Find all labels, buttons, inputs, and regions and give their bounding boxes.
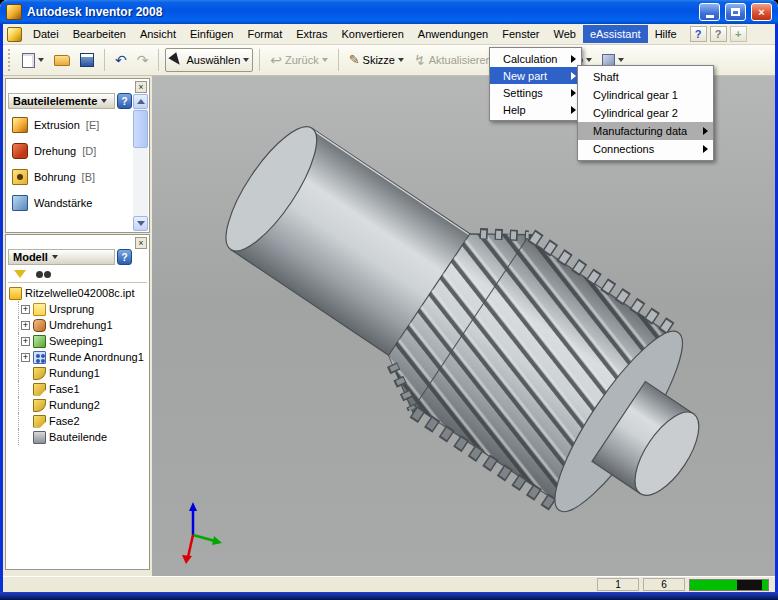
menu-item-connections[interactable]: Connections (578, 140, 713, 158)
tree-item-ursprung[interactable]: + Ursprung (18, 301, 147, 317)
scroll-up-icon (137, 99, 145, 104)
chamfer-feature-icon (33, 415, 46, 428)
model-panel-help-icon[interactable]: ? (117, 249, 132, 265)
filter-icon[interactable] (14, 270, 26, 278)
menu-item-cylindrical-gear-1[interactable]: Cylindrical gear 1 (578, 86, 713, 104)
capacity-meter-green-segment (690, 580, 737, 590)
menu-item-label: New part (503, 70, 547, 82)
feature-shortcut: [B] (82, 171, 95, 183)
tree-item-rundung2[interactable]: Rundung2 (18, 397, 147, 413)
menu-item-manufacturing-data[interactable]: Manufacturing data (578, 122, 713, 140)
tree-item-fase1[interactable]: Fase1 (18, 381, 147, 397)
scrollbar-thumb[interactable] (133, 110, 148, 148)
menu-item-label: Manufacturing data (593, 125, 687, 137)
tree-item-umdrehung1[interactable]: + Umdrehung1 (18, 317, 147, 333)
tree-item-sweeping1[interactable]: + Sweeping1 (18, 333, 147, 349)
model-panel-title[interactable]: Modell (8, 249, 115, 265)
menu-item-new-part[interactable]: New part (490, 67, 581, 84)
menubar-icon-group: ? ? + (690, 26, 747, 42)
feature-item-drehung[interactable]: Drehung [D] (10, 139, 129, 163)
features-panel-title-label: Bauteilelemente (13, 95, 97, 107)
help-icon[interactable]: ? (690, 26, 707, 42)
menu-anwendungen[interactable]: Anwendungen (411, 25, 495, 43)
back-icon: ↩ (270, 53, 282, 67)
menu-format[interactable]: Format (240, 25, 289, 43)
scroll-up-button[interactable] (133, 94, 148, 109)
tree-item-label: Rundung2 (49, 399, 100, 411)
menu-item-calculation[interactable]: Calculation (490, 50, 581, 67)
toolbar-grip[interactable] (8, 49, 12, 71)
new-file-dropdown-icon (38, 58, 44, 62)
menu-item-shaft[interactable]: Shaft (578, 68, 713, 86)
tree-item-fase2[interactable]: Fase2 (18, 413, 147, 429)
revolve-icon (12, 143, 28, 159)
submenu-arrow-icon (571, 72, 576, 80)
menu-eassistant[interactable]: eAssistant (583, 25, 648, 43)
tree-item-label: Ursprung (49, 303, 94, 315)
status-field-2: 6 (643, 578, 685, 591)
menu-extras[interactable]: Extras (289, 25, 334, 43)
back-dropdown-icon (322, 58, 328, 62)
model-panel: × Modell ? Ritzelwelle042008c.ipt + Ursp… (5, 234, 150, 570)
menu-item-help[interactable]: Help (490, 101, 581, 118)
maximize-icon (731, 8, 740, 16)
sketch-dropdown-icon (398, 58, 404, 62)
menu-datei[interactable]: Datei (26, 25, 66, 43)
menu-ansicht[interactable]: Ansicht (133, 25, 183, 43)
app-window: Autodesk Inventor 2008 × Datei Bearbeite… (0, 0, 778, 600)
update-button[interactable]: ↯ Aktualisieren (410, 48, 496, 72)
maximize-button[interactable] (725, 3, 746, 21)
expand-icon[interactable]: + (21, 305, 30, 314)
model-panel-close-icon[interactable]: × (135, 237, 147, 249)
menu-konvertieren[interactable]: Konvertieren (334, 25, 410, 43)
menu-hilfe[interactable]: Hilfe (648, 25, 684, 43)
menu-einfuegen[interactable]: Einfügen (183, 25, 240, 43)
menu-fenster[interactable]: Fenster (495, 25, 546, 43)
expand-icon[interactable]: + (21, 337, 30, 346)
undo-button[interactable]: ↶ (111, 48, 131, 72)
menu-item-cylindrical-gear-2[interactable]: Cylindrical gear 2 (578, 104, 713, 122)
scroll-down-icon (137, 221, 145, 226)
menu-web[interactable]: Web (546, 25, 582, 43)
minimize-button[interactable] (699, 3, 720, 21)
toolbar-separator (338, 49, 339, 71)
find-icon[interactable] (36, 271, 43, 278)
save-button[interactable] (76, 48, 98, 72)
axes-triad-icon (182, 502, 222, 564)
new-file-button[interactable] (18, 48, 48, 72)
select-tool-button[interactable]: Auswählen (165, 48, 253, 72)
minimize-icon (706, 15, 714, 18)
open-button[interactable] (50, 48, 74, 72)
sketch-button[interactable]: ✎ Skizze (345, 48, 408, 72)
context-help-icon[interactable]: ? (710, 26, 727, 42)
tree-item-label: Fase2 (49, 415, 80, 427)
expand-icon[interactable]: + (21, 353, 30, 362)
back-button[interactable]: ↩ Zurück (266, 48, 331, 72)
feature-label: Drehung (34, 145, 76, 157)
menu-bearbeiten[interactable]: Bearbeiten (66, 25, 133, 43)
status-bar: 1 6 (3, 576, 775, 592)
features-panel-help-icon[interactable]: ? (117, 93, 132, 109)
redo-button[interactable]: ↷ (133, 48, 153, 72)
expand-icon[interactable]: + (21, 321, 30, 330)
tree-item-bauteilende[interactable]: Bauteilende (18, 429, 147, 445)
feature-item-bohrung[interactable]: Bohrung [B] (10, 165, 129, 189)
close-button[interactable]: × (751, 3, 772, 21)
capacity-meter (689, 579, 769, 591)
add-icon[interactable]: + (730, 26, 747, 42)
scroll-down-button[interactable] (133, 216, 148, 231)
features-panel-close-icon[interactable]: × (135, 81, 147, 93)
tree-item-rundung1[interactable]: Rundung1 (18, 365, 147, 381)
sketch-pencil-icon: ✎ (349, 53, 360, 67)
submenu-arrow-icon (571, 106, 576, 114)
menu-item-settings[interactable]: Settings (490, 84, 581, 101)
update-icon: ↯ (414, 53, 426, 67)
features-scrollbar[interactable] (133, 94, 148, 231)
submenu-arrow-icon (571, 89, 576, 97)
features-panel: × Bauteilelemente ? Extrusion [E] Drehun… (5, 78, 150, 233)
feature-item-wandstaerke[interactable]: Wandstärke (10, 191, 129, 215)
features-panel-title[interactable]: Bauteilelemente (8, 93, 115, 109)
tree-root-item[interactable]: Ritzelwelle042008c.ipt (9, 285, 147, 301)
feature-item-extrusion[interactable]: Extrusion [E] (10, 113, 129, 137)
tree-item-runde-anordnung1[interactable]: + Runde Anordnung1 (18, 349, 147, 365)
